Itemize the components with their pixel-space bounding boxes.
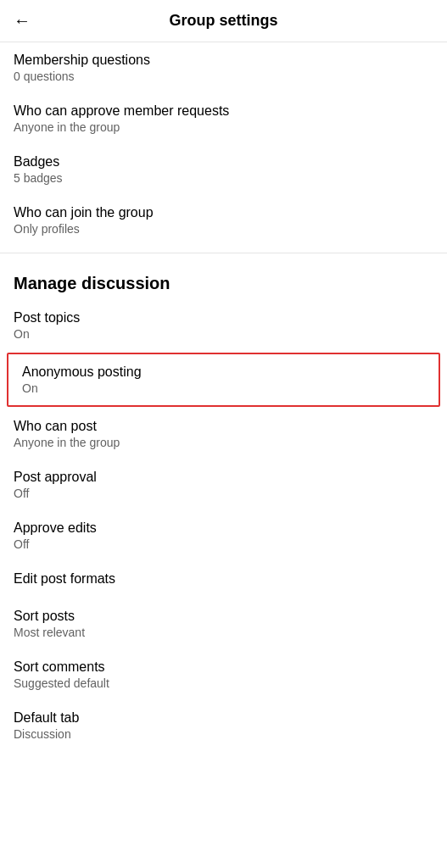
- section-divider: [0, 253, 447, 253]
- anonymous-posting-item[interactable]: Anonymous posting On: [7, 353, 440, 407]
- approve-edits-label: Approve edits: [14, 520, 433, 536]
- approve-member-requests-item[interactable]: Who can approve member requests Anyone i…: [0, 93, 447, 144]
- badges-label: Badges: [14, 154, 433, 170]
- post-topics-label: Post topics: [14, 310, 433, 326]
- membership-questions-item[interactable]: Membership questions 0 questions: [0, 42, 447, 93]
- settings-content: Membership questions 0 questions Who can…: [0, 42, 447, 751]
- approve-edits-item[interactable]: Approve edits Off: [0, 510, 447, 561]
- membership-questions-label: Membership questions: [14, 53, 433, 68]
- badges-value: 5 badges: [14, 171, 433, 185]
- default-tab-value: Discussion: [14, 727, 433, 741]
- who-can-join-value: Only profiles: [14, 222, 433, 236]
- approve-member-requests-label: Who can approve member requests: [14, 103, 433, 119]
- approve-member-requests-value: Anyone in the group: [14, 120, 433, 134]
- membership-questions-value: 0 questions: [14, 70, 433, 83]
- sort-posts-value: Most relevant: [14, 626, 433, 639]
- badges-item[interactable]: Badges 5 badges: [0, 144, 447, 195]
- approve-edits-value: Off: [14, 537, 433, 551]
- back-button[interactable]: ←: [14, 11, 31, 31]
- page-title: Group settings: [169, 12, 277, 30]
- page-header: ← Group settings: [0, 0, 447, 42]
- default-tab-label: Default tab: [14, 710, 433, 726]
- sort-posts-label: Sort posts: [14, 609, 433, 624]
- post-approval-item[interactable]: Post approval Off: [0, 459, 447, 510]
- anonymous-posting-value: On: [22, 381, 425, 395]
- edit-post-formats-item[interactable]: Edit post formats: [0, 561, 447, 598]
- post-topics-value: On: [14, 327, 433, 341]
- post-approval-label: Post approval: [14, 470, 433, 485]
- post-topics-item[interactable]: Post topics On: [0, 300, 447, 351]
- who-can-post-label: Who can post: [14, 419, 433, 434]
- post-approval-value: Off: [14, 487, 433, 500]
- anonymous-posting-label: Anonymous posting: [22, 364, 425, 380]
- edit-post-formats-label: Edit post formats: [14, 571, 433, 587]
- manage-discussion-heading: Manage discussion: [0, 260, 447, 300]
- sort-comments-item[interactable]: Sort comments Suggested default: [0, 649, 447, 700]
- default-tab-item[interactable]: Default tab Discussion: [0, 700, 447, 751]
- sort-comments-value: Suggested default: [14, 676, 433, 690]
- who-can-post-value: Anyone in the group: [14, 436, 433, 449]
- who-can-join-label: Who can join the group: [14, 205, 433, 220]
- who-can-join-item[interactable]: Who can join the group Only profiles: [0, 195, 447, 246]
- sort-posts-item[interactable]: Sort posts Most relevant: [0, 598, 447, 649]
- sort-comments-label: Sort comments: [14, 659, 433, 675]
- who-can-post-item[interactable]: Who can post Anyone in the group: [0, 409, 447, 459]
